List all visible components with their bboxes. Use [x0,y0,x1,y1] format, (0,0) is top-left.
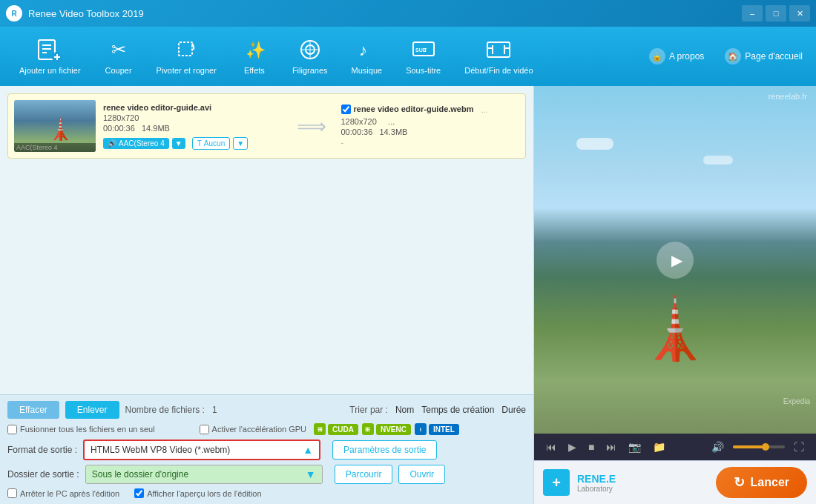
svg-text:♪: ♪ [359,41,367,59]
sort-nom[interactable]: Nom [395,405,414,415]
volume-slider[interactable] [733,445,785,448]
main-layout: AAC(Stereo 4 renee video editor-guide.av… [0,86,816,504]
svg-rect-19 [487,42,510,57]
video-controls: ⏮ ▶ ■ ⏭ 📷 📁 🔊 ⛶ [534,434,816,460]
skip-back-button[interactable]: ⏮ [543,440,559,454]
bottom-row2: Fusionner tous les fichiers en un seul A… [7,423,526,435]
apropos-button[interactable]: 🔒 A propos [643,45,710,67]
volume-fill [733,445,764,448]
parcourir-button[interactable]: Parcourir [335,465,393,484]
audio-button[interactable]: 🔊 AAC(Stereo 4 [103,138,169,149]
subtitle-label: Sous-titre [406,66,441,76]
preview-checkbox-label: Afficher l'aperçu lors de l'édition [134,488,261,498]
gpu-checkbox[interactable] [200,425,209,434]
merge-checkbox[interactable] [7,425,17,434]
output-file-info: renee video editor-guide.webm ... 1280x7… [341,105,520,148]
sort-temps[interactable]: Temps de création [421,405,494,415]
app-logo: R [6,5,22,21]
window-controls: – □ ✕ [742,5,810,21]
input-dims: 1280x720 [103,113,282,122]
maximize-button[interactable]: □ [766,5,786,21]
output-separator: - [341,138,520,147]
left-panel: AAC(Stereo 4 renee video editor-guide.av… [0,86,534,504]
close-button[interactable]: ✕ [789,5,810,21]
format-select[interactable]: HTML5 WebM VP8 Video (*.webm) ▲ [83,440,320,460]
subtitle-toggle[interactable]: T Aucun [192,137,230,150]
cuda-option[interactable]: ⊞ CUDA [314,423,358,435]
right-panel: 🗼 reneelab.fr Expedia ⏮ ▶ ■ ⏭ 📷 📁 🔊 [534,86,816,504]
rene-lab-title1: RENE.E [577,473,616,485]
play-button[interactable]: ▶ [565,440,579,454]
home-icon: 🏠 [725,48,741,64]
output-dots[interactable]: ... [481,105,487,114]
cloud2 [703,156,733,165]
nvenc-option[interactable]: ⊞ NVENC [362,423,411,435]
subtitle-icon: SUBT [410,36,437,63]
stop-button[interactable]: ■ [585,440,597,454]
cuda-badge: CUDA [328,424,358,435]
bottom-controls: Effacer Enlever Nombre de fichiers : 1 T… [0,394,533,504]
file-count-value: 1 [212,405,217,415]
toolbar-effects[interactable]: ✨ Effets [228,27,280,86]
stop-checkbox[interactable] [7,488,17,498]
rene-lab-section: + RENE.E Laboratory ↻ Lancer [534,460,816,504]
output-checkbox-row: renee video editor-guide.webm ... [341,105,520,115]
file-list-area: AAC(Stereo 4 renee video editor-guide.av… [0,86,533,394]
sort-duree[interactable]: Durée [501,405,526,415]
rene-cross-icon: + [543,469,570,496]
gpu-checkbox-label: Activer l'accélération GPU [200,425,306,434]
lock-icon: 🔒 [649,48,665,64]
rotate-crop-label: Pivoter et rogner [157,66,217,76]
svg-text:✂: ✂ [111,39,126,59]
toolbar-trim[interactable]: Début/Fin de vidéo [453,27,544,86]
folder-button[interactable]: 📁 [650,440,668,454]
toolbar-cut[interactable]: ✂ Couper [93,27,145,86]
app-title: Renee Video Toolbox 2019 [28,8,742,19]
preview-checkbox[interactable] [134,488,144,498]
volume-icon: 🔊 [708,440,727,454]
lancer-button[interactable]: ↻ Lancer [716,467,807,498]
output-dots2[interactable]: ... [388,117,395,126]
output-filename: renee video editor-guide.webm [354,105,474,113]
homepage-button[interactable]: 🏠 Page d'accueil [719,45,809,67]
output-dims: 1280x720 ... [341,117,520,126]
screenshot-button[interactable]: 📷 [625,440,644,454]
toolbar-rotate-crop[interactable]: Pivoter et rogner [145,27,228,86]
input-size: 14.9MB [142,124,170,133]
sort-label: Trier par : [349,405,388,415]
format-value: HTML5 WebM VP8 Video (*.webm) [91,445,303,455]
title-bar: R Renee Video Toolbox 2019 – □ ✕ [0,0,816,27]
minimize-button[interactable]: – [742,5,763,21]
toolbar-music[interactable]: ♪ Musique [340,27,395,86]
skip-forward-button[interactable]: ⏭ [603,440,619,454]
file-audio-controls: 🔊 AAC(Stereo 4 ▼ T Aucun ▼ [103,137,282,150]
bottom-row5: Arrêter le PC après l'édition Afficher l… [7,488,526,498]
dossier-label: Dossier de sortie : [7,469,79,480]
music-icon: ♪ [353,36,380,63]
ouvrir-button[interactable]: Ouvrir [398,465,445,484]
preview-expedia: Expedia [783,397,810,405]
output-duration-size: 00:00:36 14.3MB [341,127,520,136]
subtitle-dropdown[interactable]: ▼ [233,137,248,150]
dossier-row: Dossier de sortie : Sous le dossier d'or… [7,465,526,484]
homepage-label: Page d'accueil [745,51,803,62]
add-file-label: Ajouter un fichier [19,66,81,76]
rene-lab-title2: Laboratory [577,485,616,493]
toolbar-watermark[interactable]: Filigranes [280,27,340,86]
lancer-label: Lancer [751,476,789,489]
effacer-button[interactable]: Effacer [7,401,59,419]
toolbar-add-file[interactable]: Ajouter un fichier [7,27,93,86]
preview-play-button[interactable] [657,242,694,279]
enlever-button[interactable]: Enlever [65,401,119,419]
intel-option[interactable]: i INTEL [415,423,459,435]
fullscreen-button[interactable]: ⛶ [791,440,807,454]
audio-dropdown[interactable]: ▼ [172,138,185,149]
params-button[interactable]: Paramètres de sortie [332,440,437,460]
dossier-select[interactable]: Sous le dossier d'origine ▼ [85,465,323,484]
output-checkbox[interactable] [341,105,351,114]
input-duration: 00:00:36 [103,124,135,133]
trim-label: Début/Fin de vidéo [464,66,533,76]
watermark-icon [297,36,323,63]
format-dropdown-arrow: ▲ [303,444,313,456]
toolbar-subtitle[interactable]: SUBT Sous-titre [394,27,453,86]
